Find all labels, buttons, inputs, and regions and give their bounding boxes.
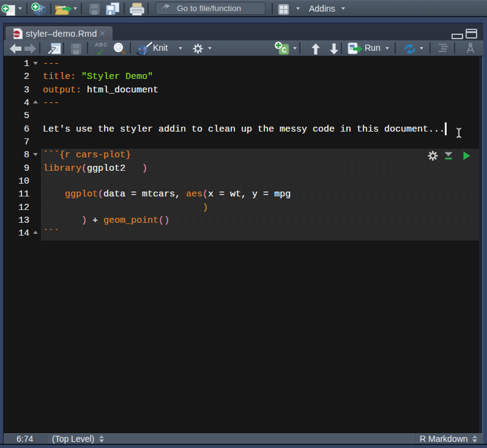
svg-text:Rmd: Rmd [13, 32, 20, 36]
svg-text:C: C [282, 46, 287, 55]
